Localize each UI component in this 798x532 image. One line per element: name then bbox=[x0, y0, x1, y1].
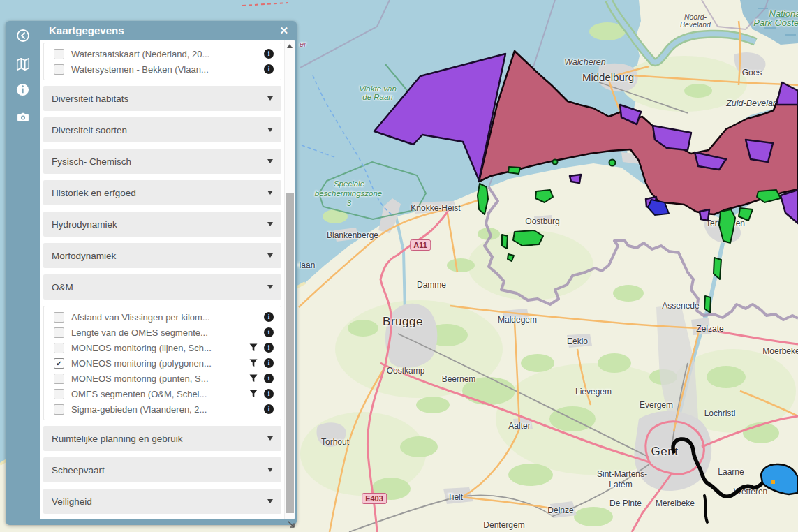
layer-checkbox[interactable]: ✔ bbox=[54, 358, 64, 369]
row-icons: i bbox=[264, 64, 274, 74]
layer-checkbox[interactable] bbox=[54, 64, 64, 75]
accordion-diversiteit-soorten[interactable]: Diversiteit soorten bbox=[43, 117, 281, 142]
filter-icon[interactable] bbox=[249, 359, 258, 367]
layer-row: MONEOS monitoring (lijnen, Sch...i bbox=[44, 340, 281, 355]
layer-row: Sigma-gebieden (Vlaanderen, 2...i bbox=[44, 401, 281, 417]
row-icons: i bbox=[264, 404, 274, 414]
accordion-label: O&M bbox=[52, 282, 267, 293]
camera-icon[interactable] bbox=[15, 110, 31, 125]
layer-checkbox[interactable] bbox=[54, 49, 64, 59]
layer-row: Afstand van Vlissingen per kilom...i bbox=[44, 309, 281, 325]
layer-checkbox[interactable] bbox=[54, 374, 64, 384]
close-icon[interactable]: ✕ bbox=[279, 24, 288, 37]
row-icons: i bbox=[249, 389, 274, 399]
row-icons: i bbox=[249, 358, 274, 368]
layer-label: Watersystemen - Bekken (Vlaan... bbox=[71, 64, 264, 75]
chevron-down-icon bbox=[267, 222, 273, 226]
filter-icon[interactable] bbox=[249, 390, 258, 398]
accordion-fysisch-chemisch[interactable]: Fysisch- Chemisch bbox=[43, 149, 281, 174]
kaartgegevens-panel: Kaartgegevens ✕ Waterstaatskaart (Nederl… bbox=[6, 21, 297, 525]
layer-label: MONEOS monitoring (polygonen... bbox=[71, 358, 249, 369]
chevron-down-icon bbox=[267, 159, 273, 163]
accordion-morfodynamiek[interactable]: Morfodynamiek bbox=[43, 243, 281, 268]
panel-content: Waterstaatskaart (Nederland, 20...iWater… bbox=[40, 40, 295, 519]
layer-checkbox[interactable] bbox=[54, 327, 64, 338]
group-om: Afstand van Vlissingen per kilom...iLeng… bbox=[43, 306, 281, 420]
layer-checkbox[interactable] bbox=[54, 312, 64, 323]
chevron-down-icon bbox=[267, 436, 273, 441]
layer-info-icon[interactable]: i bbox=[264, 64, 274, 74]
accordion-label: Historiek en erfgoed bbox=[52, 188, 267, 198]
accordion-label: Ruimtelijke planning en gebruik bbox=[52, 434, 267, 444]
filter-icon[interactable] bbox=[249, 374, 258, 383]
layer-info-icon[interactable]: i bbox=[264, 404, 274, 414]
map-viewer: Knokke-HeistBlankenbergeHaanDammeBruggeO… bbox=[0, 0, 798, 532]
layer-info-icon[interactable]: i bbox=[264, 312, 274, 322]
panel-toolbar bbox=[6, 21, 40, 525]
chevron-down-icon bbox=[267, 253, 273, 258]
layer-list: Waterstaatskaart (Nederland, 20...iWater… bbox=[40, 40, 285, 519]
row-icons: i bbox=[249, 374, 274, 383]
group-water: Waterstaatskaart (Nederland, 20...iWater… bbox=[43, 43, 281, 80]
scrollbar[interactable] bbox=[284, 40, 295, 519]
accordion-o-m[interactable]: O&M bbox=[43, 274, 281, 300]
resize-grip-icon[interactable] bbox=[287, 519, 295, 527]
scrollbar-thumb[interactable] bbox=[286, 193, 294, 513]
panel-header: Kaartgegevens ✕ bbox=[40, 21, 297, 40]
accordion-diversiteit-habitats[interactable]: Diversiteit habitats bbox=[43, 86, 281, 111]
layer-row: MONEOS monitoring (punten, S...i bbox=[44, 371, 281, 386]
filter-icon[interactable] bbox=[249, 343, 258, 352]
map-layers-icon[interactable] bbox=[15, 57, 31, 72]
layer-label: Afstand van Vlissingen per kilom... bbox=[71, 312, 264, 323]
layer-checkbox[interactable] bbox=[54, 389, 64, 399]
layer-row: Waterstaatskaart (Nederland, 20...i bbox=[44, 46, 281, 61]
layer-row: Lengte van de OMES segmente...i bbox=[44, 325, 281, 340]
accordion-scheepvaart[interactable]: Scheepvaart bbox=[43, 457, 281, 482]
accordion-label: Veiligheid bbox=[52, 496, 267, 507]
row-icons: i bbox=[264, 312, 274, 322]
chevron-down-icon bbox=[267, 128, 273, 132]
layer-checkbox[interactable] bbox=[54, 343, 64, 353]
layer-info-icon[interactable]: i bbox=[264, 49, 274, 59]
layer-label: Lengte van de OMES segmente... bbox=[71, 327, 264, 338]
layer-checkbox[interactable] bbox=[54, 404, 64, 415]
info-icon[interactable] bbox=[15, 82, 31, 97]
panel-title: Kaartgegevens bbox=[49, 24, 279, 36]
collapse-panel-icon[interactable] bbox=[15, 28, 31, 43]
layer-row: ✔MONEOS monitoring (polygonen...i bbox=[44, 355, 281, 371]
chevron-down-icon bbox=[267, 96, 273, 101]
chevron-down-icon bbox=[267, 468, 273, 472]
chevron-down-icon bbox=[267, 285, 273, 289]
layer-row: OMES segmenten (O&M, Schel...i bbox=[44, 386, 281, 401]
chevron-down-icon bbox=[267, 499, 273, 503]
layer-label: MONEOS monitoring (lijnen, Sch... bbox=[71, 343, 249, 353]
layer-label: OMES segmenten (O&M, Schel... bbox=[71, 389, 249, 399]
layer-info-icon[interactable]: i bbox=[264, 374, 274, 383]
accordion-label: Diversiteit habitats bbox=[52, 94, 267, 104]
accordion-label: Diversiteit soorten bbox=[52, 125, 267, 135]
accordion-historiek-en-erfgoed[interactable]: Historiek en erfgoed bbox=[43, 180, 281, 205]
layer-info-icon[interactable]: i bbox=[264, 358, 274, 368]
layer-label: Waterstaatskaart (Nederland, 20... bbox=[71, 49, 264, 59]
layer-info-icon[interactable]: i bbox=[264, 343, 274, 353]
layer-info-icon[interactable]: i bbox=[264, 389, 274, 399]
accordion-label: Scheepvaart bbox=[52, 465, 267, 475]
accordion-label: Hydrodynamiek bbox=[52, 219, 267, 230]
layer-row: Watersystemen - Bekken (Vlaan...i bbox=[44, 61, 281, 77]
accordion-label: Morfodynamiek bbox=[52, 251, 267, 261]
row-icons: i bbox=[249, 343, 274, 353]
layer-info-icon[interactable]: i bbox=[264, 327, 274, 337]
accordion-veiligheid[interactable]: Veiligheid bbox=[43, 489, 281, 514]
accordion-ruimtelijke-planning-en-gebruik[interactable]: Ruimtelijke planning en gebruik bbox=[43, 426, 281, 451]
accordion-hydrodynamiek[interactable]: Hydrodynamiek bbox=[43, 212, 281, 237]
row-icons: i bbox=[264, 49, 274, 59]
layer-label: Sigma-gebieden (Vlaanderen, 2... bbox=[71, 404, 264, 415]
layer-label: MONEOS monitoring (punten, S... bbox=[71, 374, 249, 384]
chevron-down-icon bbox=[267, 191, 273, 195]
scrollbar-up-arrow[interactable] bbox=[285, 42, 295, 50]
accordion-label: Fysisch- Chemisch bbox=[52, 156, 267, 167]
row-icons: i bbox=[264, 327, 274, 337]
